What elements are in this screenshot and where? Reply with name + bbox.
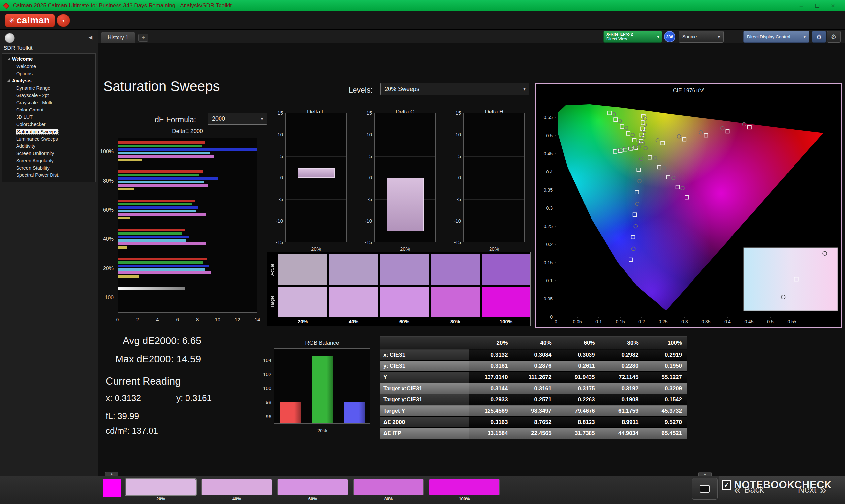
source-label: Source — [682, 34, 697, 39]
tree-group-analysis[interactable]: Analysis — [2, 77, 95, 85]
display-control-select[interactable]: Direct Display Control ▾ — [743, 31, 809, 42]
sidebar-item-label: Grayscale - 2pt — [16, 93, 49, 98]
gear-icon: ⚙ — [816, 33, 822, 40]
gridline — [375, 134, 435, 135]
close-button[interactable]: × — [825, 0, 841, 11]
reading-fl: fL: 39.99 — [106, 411, 139, 421]
de-bar-magenta-60 — [118, 213, 206, 216]
sidebar-home-button[interactable] — [5, 33, 15, 43]
table-cell: 13.1584 — [469, 428, 513, 439]
pattern-swatch-40[interactable] — [201, 479, 272, 496]
table-cell: 0.2280 — [600, 361, 643, 372]
cie-title: CIE 1976 u'v' — [673, 88, 704, 93]
next-button[interactable]: Next » — [779, 476, 845, 504]
x-axis-label: 0.4 — [724, 319, 731, 324]
table-row-y-cie31: y: CIE310.31610.28760.26110.22800.1950 — [380, 361, 687, 372]
de-bar-blue-60 — [118, 206, 198, 209]
y-axis-label: -5 — [359, 196, 372, 202]
sidebar-item-screen-stability[interactable]: Screen Stability — [2, 164, 95, 172]
chevron-down-icon: ▾ — [657, 34, 659, 39]
y-axis-label: 104 — [258, 357, 271, 363]
y-axis-label: 0.3 — [546, 205, 553, 211]
row-label: Target y:CIE31 — [380, 394, 469, 406]
x-axis-label: 0 — [111, 317, 124, 322]
sidebar-item-saturation-sweeps[interactable]: Saturation Sweeps — [2, 128, 95, 135]
levels-value: 20% Sweeps — [385, 86, 419, 93]
x-axis-label: 0.3 — [681, 319, 688, 324]
active-pattern-swatch[interactable] — [103, 479, 122, 498]
sidebar-item-welcome[interactable]: Welcome — [2, 63, 95, 70]
sidebar-item-color-gamut[interactable]: Color Gamut — [2, 106, 95, 113]
display-pattern-button[interactable] — [692, 478, 718, 500]
settings-button-secondary[interactable]: ⚙ — [827, 31, 841, 42]
table-row-target-x-cie31: Target x:CIE310.31440.31610.31750.31920.… — [380, 383, 687, 394]
calman-logo[interactable]: ✳ calman ▾ — [5, 14, 70, 28]
de-bar-blue-40 — [118, 235, 189, 238]
sidebar-item-screen-angularity[interactable]: Screen Angularity — [2, 157, 95, 164]
sidebar-item-3d-lut[interactable]: 3D LUT — [2, 113, 95, 121]
meter-select[interactable]: X-Rite i1Pro 2 Direct View ▾ — [603, 31, 662, 42]
y-axis-label: 10 — [359, 132, 372, 137]
maximize-button[interactable]: □ — [809, 0, 825, 11]
de-bar-cyan-80 — [118, 181, 204, 183]
sidebar-item-spectral-power-dist[interactable]: Spectral Power Dist. — [2, 172, 95, 179]
pattern-tray-handle-right[interactable]: ▲ — [699, 472, 712, 476]
sidebar-item-dynamic-range[interactable]: Dynamic Range — [2, 85, 95, 92]
chevron-down-icon: ▾ — [804, 34, 806, 39]
sidebar-item-additivity[interactable]: Additivity — [2, 143, 95, 150]
y-axis-label: 10 — [270, 132, 283, 137]
sidebar-item-grayscale-2pt[interactable]: Grayscale - 2pt — [2, 92, 95, 99]
pattern-swatch-60[interactable] — [277, 479, 348, 496]
sidebar-item-label: 3D LUT — [16, 114, 33, 120]
tree-group-label: Welcome — [12, 55, 33, 63]
swatch-col-label: 100% — [481, 319, 530, 324]
sidebar-item-label: Spectral Power Dist. — [16, 173, 59, 178]
table-cell: 0.2263 — [556, 394, 600, 406]
sidebar-item-options[interactable]: Options — [2, 70, 95, 77]
sidebar-item-label: Color Gamut — [16, 107, 43, 112]
source-select[interactable]: Source ▾ — [679, 31, 723, 42]
chevron-down-icon: ▾ — [63, 18, 65, 23]
expander-icon[interactable] — [7, 58, 10, 60]
de-bar-magenta-20 — [118, 271, 211, 274]
table-header-60: 60% — [556, 337, 600, 349]
max-de2000: Max dE2000: 14.59 — [115, 353, 201, 364]
y-axis-label: 0.15 — [544, 260, 552, 265]
swatch-col-label: 80% — [431, 319, 480, 324]
sidebar-item-grayscale-multi[interactable]: Grayscale - Multi — [2, 99, 95, 106]
target-swatch-80 — [431, 287, 480, 317]
settings-button-primary[interactable]: ⚙ — [812, 31, 826, 42]
sidebar-item-screen-uniformity[interactable]: Screen Uniformity — [2, 150, 95, 157]
sidebar-item-label: Options — [16, 71, 33, 76]
gridline — [464, 113, 525, 113]
y-axis-label: 40% — [92, 236, 113, 242]
de-bar-green-40 — [118, 232, 182, 235]
pattern-swatch-100[interactable] — [429, 479, 500, 496]
back-button[interactable]: « Back — [719, 476, 779, 504]
actual-swatch-80 — [431, 254, 480, 285]
table-header-20: 20% — [469, 337, 513, 349]
minimize-button[interactable]: – — [793, 0, 809, 11]
tree-group-welcome[interactable]: Welcome — [2, 55, 95, 63]
de-bar-blue-80 — [118, 177, 218, 180]
table-header-80: 80% — [600, 337, 643, 349]
de-formula-select[interactable]: 2000 ▾ — [208, 113, 267, 125]
tab-history-1[interactable]: History 1 — [101, 32, 135, 43]
pattern-tray-handle-left[interactable]: ▲ — [105, 472, 118, 476]
sidebar-item-label: Grayscale - Multi — [16, 100, 52, 105]
expander-icon[interactable] — [7, 79, 10, 82]
add-tab-button[interactable]: + — [138, 34, 148, 41]
meter-label: X-Rite i1Pro 2 Direct View — [606, 32, 633, 41]
de-bar-magenta-40 — [118, 242, 206, 245]
logo-menu-button[interactable]: ▾ — [57, 14, 70, 27]
sidebar-item-colorchecker[interactable]: ColorChecker — [2, 121, 95, 128]
pattern-swatch-80[interactable] — [353, 479, 424, 496]
sidebar-collapse-icon[interactable]: ◀ — [88, 34, 92, 40]
de-bar-yellow-100 — [118, 159, 142, 161]
target-swatch-40 — [329, 287, 378, 317]
sidebar-item-luminance-sweeps[interactable]: Luminance Sweeps — [2, 135, 95, 143]
tree-group-label: Analysis — [12, 77, 32, 85]
pattern-swatch-20[interactable] — [125, 479, 196, 496]
y-axis-label: 80% — [92, 178, 113, 184]
levels-select[interactable]: 20% Sweeps ▾ — [380, 83, 529, 95]
